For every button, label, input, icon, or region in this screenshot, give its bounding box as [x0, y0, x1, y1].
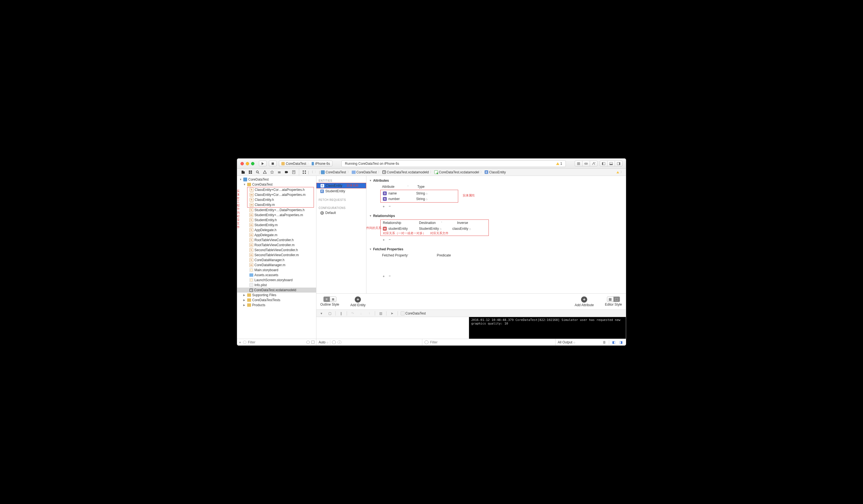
scheme-selector[interactable]: CoreDataTest 〉 iPhone 6s — [279, 160, 333, 166]
assistant-editor-button[interactable] — [582, 160, 590, 166]
tree-file[interactable]: mCoreDataManager.m — [237, 262, 316, 268]
tree-file[interactable]: hStudentEntity+…DataProperties.h — [237, 208, 316, 212]
tree-group[interactable]: Supporting Files — [237, 293, 316, 298]
filter-icon[interactable] — [425, 340, 428, 344]
tree-file[interactable]: Info.plist — [237, 283, 316, 287]
warning-icon[interactable] — [616, 171, 619, 173]
zoom-window[interactable] — [251, 162, 254, 165]
col-type[interactable]: Type — [417, 185, 453, 189]
add-attribute-button[interactable]: + Add Attribute — [575, 296, 594, 307]
remove-fetched-button[interactable]: − — [389, 274, 391, 279]
tree-file[interactable]: mStudentEntity+…ataProperties.m — [237, 212, 316, 218]
jumpbar-project[interactable]: CoreDataTest — [321, 170, 346, 174]
tree-file[interactable]: hAppDelegate.h — [237, 228, 316, 233]
back-button[interactable]: 〈 — [310, 170, 313, 175]
scm-filter-icon[interactable] — [307, 341, 310, 344]
debug-target[interactable]: CoreDataTest — [401, 311, 426, 315]
info-icon[interactable]: i — [338, 340, 341, 344]
console-output[interactable]: 2016-01-12 10:48:48.379 CoreDataTest[822… — [469, 317, 626, 339]
activity-status-bar[interactable]: Running CoreDataTest on iPhone 6s 1 — [341, 160, 566, 167]
jumpbar-modeld[interactable]: ◧CoreDataTest.xcdatamodeld — [382, 170, 429, 174]
tree-file[interactable]: LaunchScreen.storyboard — [237, 277, 316, 283]
col-predicate[interactable]: Predicate — [437, 254, 473, 257]
editor-style-control[interactable]: ▦⬚ Editor Style — [605, 296, 622, 307]
tree-file[interactable]: mRootTableViewController.m — [237, 243, 316, 248]
auto-popup[interactable]: Auto ◇ — [318, 340, 328, 344]
tree-group[interactable]: CoreDataTest — [237, 182, 316, 187]
add-button[interactable]: + — [239, 340, 241, 345]
hide-debug-button[interactable]: ▾ — [318, 311, 324, 316]
find-navigator-tab[interactable] — [254, 169, 261, 175]
attribute-row[interactable]: S number String — [381, 196, 458, 202]
tree-file[interactable]: mClassEntity.m — [248, 202, 314, 207]
toggle-navigator-button[interactable] — [600, 160, 608, 166]
add-attribute-button[interactable]: ＋ — [382, 204, 385, 209]
variables-view[interactable] — [316, 317, 469, 339]
project-navigator-tab[interactable] — [239, 169, 247, 175]
step-into-button[interactable]: ↓ — [358, 311, 364, 316]
run-button[interactable] — [259, 160, 267, 166]
attributes-header[interactable]: Attributes — [369, 179, 621, 182]
relationship-row[interactable]: M studentEntity StudentEntity classEntit… — [381, 226, 488, 231]
recent-filter-icon[interactable] — [243, 341, 246, 344]
test-navigator-tab[interactable] — [268, 169, 276, 175]
standard-editor-button[interactable] — [575, 160, 583, 166]
type-popup[interactable]: String — [416, 197, 428, 201]
warnings-badge[interactable]: 1 — [556, 162, 562, 166]
location-button[interactable]: ➤ — [389, 311, 395, 316]
tree-file[interactable]: mSecondTableViewController.m — [237, 253, 316, 258]
tree-group[interactable]: Products — [237, 302, 316, 308]
jumpbar-model[interactable]: CoreDataTest.xcdatamodel — [434, 170, 479, 174]
breakpoint-navigator-tab[interactable] — [283, 169, 290, 175]
minimize-window[interactable] — [246, 162, 249, 165]
step-out-button[interactable]: ↑ — [366, 311, 372, 316]
add-relationship-button[interactable]: ＋ — [382, 237, 385, 242]
eye-icon[interactable] — [332, 340, 336, 344]
col-attribute[interactable]: Attribute — [382, 185, 415, 189]
add-fetched-button[interactable]: ＋ — [382, 274, 385, 279]
symbol-navigator-tab[interactable] — [247, 169, 254, 175]
version-editor-button[interactable] — [590, 160, 598, 166]
attribute-row[interactable]: S name String — [381, 191, 458, 196]
remove-attribute-button[interactable]: − — [389, 204, 391, 209]
tree-file[interactable]: hStudentEntity.h — [237, 218, 316, 222]
relationships-header[interactable]: Relationships — [369, 214, 621, 218]
issue-navigator-tab[interactable] — [261, 169, 268, 175]
stop-button[interactable] — [269, 160, 277, 166]
tree-file[interactable]: hCoreDataManager.h — [237, 258, 316, 262]
tree-file[interactable]: mAppDelegate.m — [237, 233, 316, 237]
forward-button[interactable]: 〉 — [314, 170, 318, 175]
debug-navigator-tab[interactable] — [276, 169, 283, 175]
view-debug-button[interactable]: ▥ — [378, 311, 384, 316]
tree-file[interactable]: hRootTableViewController.h — [237, 237, 316, 243]
tree-group[interactable]: CoreDataTestTests — [237, 298, 316, 302]
output-popup[interactable]: All Output ◇ — [558, 340, 575, 344]
entity-row-studententity[interactable]: E StudentEntity — [316, 189, 366, 194]
pause-button[interactable]: ‖ — [338, 311, 344, 316]
jumpbar-entity[interactable]: EClassEntity — [485, 170, 506, 174]
toggle-debug-button[interactable] — [607, 160, 615, 166]
outline-style-control[interactable]: ≡≣ Outline Style — [320, 296, 339, 307]
add-entity-button[interactable]: + Add Entity — [350, 296, 366, 307]
type-popup[interactable]: String — [416, 191, 428, 195]
breakpoints-button[interactable]: ▢ — [327, 311, 333, 316]
close-window[interactable] — [240, 162, 244, 165]
project-tree[interactable]: CoreDataTest CoreDataTest hClassEntity+C… — [237, 176, 316, 339]
related-items-button[interactable] — [301, 169, 307, 175]
remove-relationship-button[interactable]: − — [389, 237, 391, 242]
variables-filter-input[interactable] — [430, 340, 553, 344]
nav-forward-icon[interactable]: 〉 — [620, 170, 624, 175]
toggle-utilities-button[interactable] — [615, 160, 623, 166]
tree-file[interactable]: hClassEntity+Cor…ataProperties.h — [248, 187, 314, 192]
trash-button[interactable]: 🗑 — [602, 340, 607, 345]
tree-file[interactable]: hClassEntity.h — [248, 197, 314, 202]
tree-file[interactable]: hSecondTableViewController.h — [237, 248, 316, 253]
destination-popup[interactable]: StudentEntity — [419, 227, 452, 231]
box-filter-icon[interactable] — [311, 341, 314, 344]
inverse-popup[interactable]: classEntity — [452, 227, 471, 231]
col-relationship[interactable]: Relationship — [383, 221, 419, 225]
toggle-vars-pane[interactable]: ◧ — [611, 340, 616, 345]
fetched-header[interactable]: Fetched Properties — [369, 247, 621, 251]
tree-file[interactable]: mClassEntity+Cor…ataProperties.m — [248, 192, 314, 197]
report-navigator-tab[interactable] — [290, 169, 297, 175]
